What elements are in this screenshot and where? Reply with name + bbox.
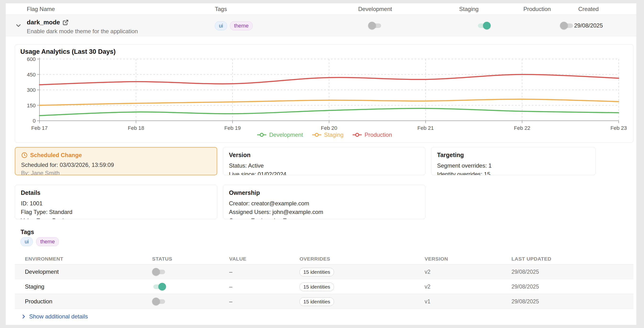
- column-staging: Staging: [459, 3, 478, 15]
- ownership-card: Ownership Creator: creator@example.com A…: [223, 185, 425, 219]
- version-status: Status: Active: [229, 161, 419, 170]
- column-development: Development: [358, 3, 392, 15]
- col-version: VERSION: [425, 254, 448, 264]
- tag-theme[interactable]: theme: [36, 237, 59, 246]
- legend-item-development[interactable]: Development: [256, 131, 303, 138]
- usage-chart-svg: 0150300450600Feb 17Feb 18Feb 19Feb 20Feb…: [20, 55, 628, 131]
- tags-section-pills: ui theme: [20, 237, 59, 246]
- environments-table: ENVIRONMENT STATUS VALUE OVERRIDES VERSI…: [15, 254, 634, 309]
- created-date: 29/08/2025: [574, 15, 603, 36]
- show-additional-details-link[interactable]: Show additional details: [20, 313, 88, 320]
- clock-icon: [21, 152, 28, 158]
- env-name: Production: [25, 294, 52, 309]
- legend-item-production[interactable]: Production: [352, 131, 392, 138]
- svg-text:Feb 22: Feb 22: [514, 125, 530, 131]
- ownership-card-title: Ownership: [229, 189, 419, 196]
- show-additional-details-label: Show additional details: [29, 313, 88, 320]
- overrides-badge[interactable]: 15 identities: [300, 268, 334, 276]
- details-flag-type: Flag Type: Standard: [21, 208, 211, 216]
- env-value: –: [229, 264, 232, 279]
- details-value-type: Value Type: Boolean: [21, 216, 211, 219]
- column-production: Production: [524, 3, 551, 15]
- segment-overrides: Segment overrides: 1: [437, 161, 590, 170]
- overrides-badge[interactable]: 15 identities: [300, 298, 334, 306]
- svg-text:450: 450: [27, 72, 36, 78]
- flag-row-tags: ui theme: [215, 21, 252, 30]
- column-tags: Tags: [215, 3, 227, 15]
- details-card: Details ID: 1001 Flag Type: Standard Val…: [15, 185, 217, 219]
- col-last-updated: LAST UPDATED: [512, 254, 552, 264]
- svg-text:0: 0: [33, 118, 36, 124]
- ownership-creator: Creator: creator@example.com: [229, 199, 419, 208]
- targeting-card: Targeting Segment overrides: 1 Identity …: [431, 147, 596, 175]
- col-status: STATUS: [152, 254, 172, 264]
- svg-text:600: 600: [27, 56, 36, 62]
- flag-name: dark_mode: [27, 19, 60, 26]
- column-flag-name: Flag Name: [27, 3, 55, 15]
- details-id: ID: 1001: [21, 199, 211, 208]
- env-status-toggle[interactable]: [152, 268, 166, 276]
- scheduled-for-text: Scheduled for: 03/03/2026, 13:59:09: [21, 161, 211, 169]
- flag-table-header: Flag Name Tags Development Staging Produ…: [6, 3, 636, 15]
- chevron-right-icon: [20, 314, 27, 320]
- env-version: v2: [425, 264, 430, 279]
- ownership-assigned-users: Assigned Users: john@example.com: [229, 208, 419, 216]
- toggle-production[interactable]: [560, 21, 574, 30]
- identity-overrides: Identity overrides: 15: [437, 170, 590, 175]
- env-last-updated: 29/08/2025: [512, 264, 539, 279]
- ownership-groups: Groups: Engineering Team: [229, 216, 419, 219]
- svg-text:Feb 19: Feb 19: [224, 125, 241, 131]
- env-value: –: [229, 279, 232, 294]
- table-row-staging: Staging – 15 identities v2 29/08/2025: [15, 279, 634, 294]
- usage-analytics-card: Usage Analytics (Last 30 Days) 015030045…: [15, 44, 634, 143]
- toggle-staging[interactable]: [477, 21, 491, 30]
- version-card-title: Version: [229, 152, 419, 158]
- svg-text:300: 300: [27, 87, 36, 93]
- tag-theme[interactable]: theme: [230, 21, 252, 30]
- env-value: –: [229, 294, 232, 309]
- env-name: Development: [25, 264, 58, 279]
- svg-text:Feb 23: Feb 23: [610, 125, 627, 131]
- env-last-updated: 29/08/2025: [512, 294, 539, 309]
- table-row-development: Development – 15 identities v2 29/08/202…: [15, 264, 634, 279]
- overrides-badge[interactable]: 15 identities: [300, 283, 334, 291]
- env-status-toggle[interactable]: [152, 298, 166, 306]
- targeting-card-title: Targeting: [437, 152, 590, 158]
- column-created: Created: [578, 3, 598, 15]
- env-status-toggle[interactable]: [152, 283, 166, 291]
- svg-text:150: 150: [27, 103, 36, 108]
- feature-flag-panel: Flag Name Tags Development Staging Produ…: [6, 3, 636, 325]
- col-overrides: OVERRIDES: [300, 254, 330, 264]
- svg-text:Feb 17: Feb 17: [31, 125, 48, 131]
- tags-section-title: Tags: [20, 229, 34, 236]
- svg-text:Feb 21: Feb 21: [418, 125, 434, 131]
- col-value: VALUE: [229, 254, 246, 264]
- table-row-production: Production – 15 identities v1 29/08/2025: [15, 294, 634, 309]
- env-name: Staging: [25, 279, 44, 294]
- details-card-title: Details: [21, 189, 211, 196]
- flag-row[interactable]: dark_mode Enable dark mode theme for the…: [6, 15, 636, 36]
- env-version: v1: [425, 294, 430, 309]
- version-live-since: Live since: 01/02/2024: [229, 170, 419, 175]
- chevron-down-icon[interactable]: [15, 22, 22, 29]
- environments-table-header: ENVIRONMENT STATUS VALUE OVERRIDES VERSI…: [15, 254, 634, 264]
- legend-item-staging[interactable]: Staging: [311, 131, 344, 138]
- scheduled-change-card: Scheduled Change Scheduled for: 03/03/20…: [15, 147, 217, 175]
- chart-title: Usage Analytics (Last 30 Days): [20, 48, 628, 55]
- tag-ui[interactable]: ui: [215, 21, 227, 30]
- version-card: Version Status: Active Live since: 01/02…: [223, 147, 425, 175]
- env-version: v2: [425, 279, 430, 294]
- external-link-icon[interactable]: [62, 19, 69, 25]
- svg-text:Feb 18: Feb 18: [128, 125, 144, 131]
- scheduled-by-text: By: Jane Smith: [21, 169, 211, 175]
- scheduled-change-title: Scheduled Change: [21, 152, 211, 158]
- scheduled-change-label: Scheduled Change: [30, 152, 82, 158]
- svg-text:Feb 20: Feb 20: [321, 125, 337, 131]
- tag-ui[interactable]: ui: [20, 237, 33, 246]
- col-environment: ENVIRONMENT: [25, 254, 64, 264]
- chart-legend: DevelopmentStagingProduction: [20, 131, 628, 138]
- flag-description: Enable dark mode theme for the applicati…: [27, 28, 138, 35]
- toggle-development[interactable]: [368, 21, 382, 30]
- env-last-updated: 29/08/2025: [512, 279, 539, 294]
